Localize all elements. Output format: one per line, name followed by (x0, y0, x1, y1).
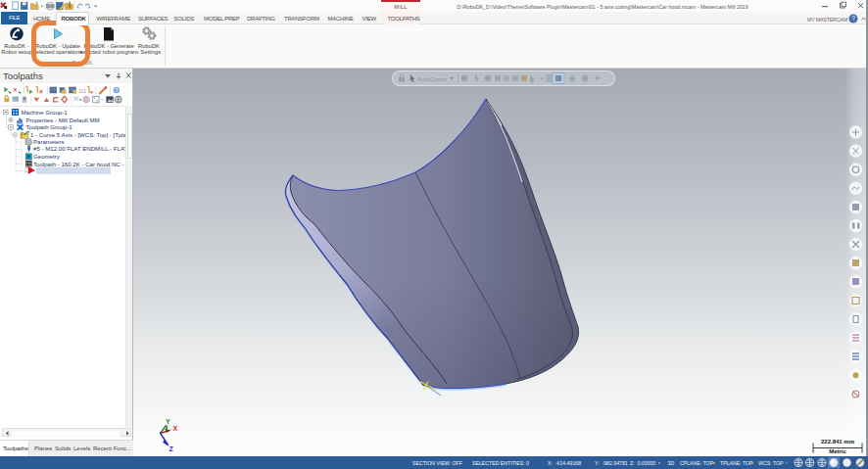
svg-text:Parameters: Parameters (33, 138, 65, 145)
svg-text:Toolpath - 160.2K - Car hood.N: Toolpath - 160.2K - Car hood.NC - Prog (33, 161, 132, 167)
svg-text:Z: Z (169, 446, 174, 452)
svg-text:Y: Y (166, 418, 170, 425)
svg-text:G1: G1 (78, 87, 87, 93)
svg-text:Machine Group-1: Machine Group-1 (22, 109, 69, 116)
svg-text:Properties - Mill Default MM: Properties - Mill Default MM (26, 117, 100, 123)
svg-text:AutoCursor: AutoCursor (417, 76, 447, 82)
svg-text:Geometry: Geometry (33, 153, 61, 160)
svg-text:X: X (173, 425, 178, 432)
svg-text:1 - Curve 5 Axis - [WCS: Top]: 1 - Curve 5 Axis - [WCS: Top] - [Tplane:… (30, 131, 132, 138)
svg-text:×: × (14, 86, 18, 93)
svg-text:Toolpath Group-1: Toolpath Group-1 (26, 123, 73, 130)
svg-text:#5 - M12.00 FLAT ENDMILL - FLA: #5 - M12.00 FLAT ENDMILL - FLAT END (33, 145, 132, 152)
svg-text:×: × (39, 87, 43, 94)
